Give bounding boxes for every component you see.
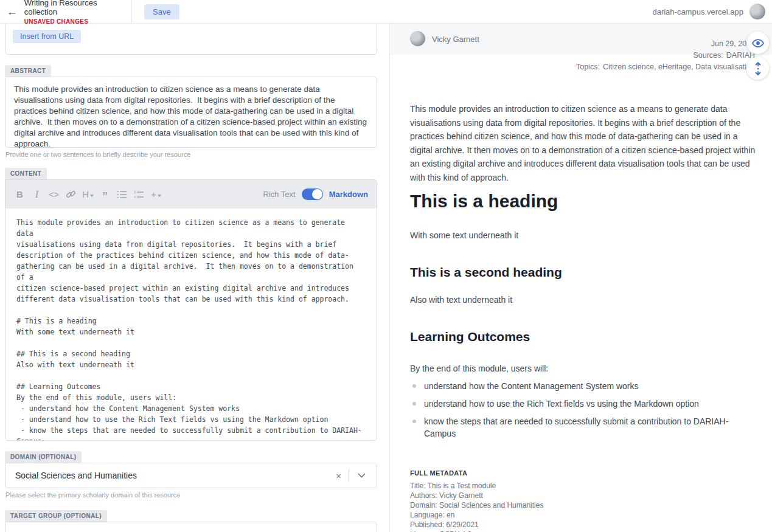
preview-panel: Vicky Garnett Jun 29, 2021 Sources:DARIA… [391,24,772,532]
domain-field-label: DOMAIN (OPTIONAL) [5,451,82,463]
topics-value[interactable]: Citizen science, eHeritage, Data visuali… [603,63,755,71]
metadata-row: Licence: CCBY 4.0 [410,530,758,532]
topbar-title-section: ← Writing in Resources collection UNSAVE… [0,0,132,24]
abstract-field-label: ABSTRACT [5,65,51,77]
bold-icon[interactable]: B [14,187,26,202]
chevron-down-icon[interactable] [349,473,369,478]
insert-from-url-button[interactable]: Insert from URL [13,30,81,43]
preview-document: This module provides an introduction to … [410,102,758,532]
topics-label: Topics: [576,63,600,71]
markdown-toggle[interactable] [302,188,323,200]
add-block-icon[interactable]: + [150,187,162,202]
list-item: understand how to use the Rich Text fiel… [410,398,758,410]
rich-text-toolbar: B I <> H ” [5,180,377,209]
metadata-row: Title: This is a Test module [410,481,758,491]
target-group-field-group: TARGET GROUP (OPTIONAL) [5,510,377,532]
content-field-group: CONTENT B I <> H ” [5,167,377,441]
preview-paragraph-1: With some text underneath it [410,229,758,243]
bullet-dot [412,384,416,388]
link-icon[interactable] [65,187,77,202]
toggle-preview-button[interactable] [746,32,769,54]
editor-panel: Insert from URL ABSTRACT This module pro… [0,24,390,532]
metadata-row: Language: en [410,510,758,520]
scroll-sync-button[interactable] [746,57,769,80]
list-item: understand how the Content Management Sy… [410,380,758,392]
preview-meta: Jun 29, 2021 Sources:DARIAH Topics:Citiz… [576,38,755,73]
cms-editor-window: ← Writing in Resources collection UNSAVE… [0,0,772,532]
publish-date: Jun 29, 2021 [576,38,755,50]
domain-help-text: Please select the primary scholarly doma… [5,491,377,499]
preview-paragraph-3: By the end of this module, users will: [410,362,758,376]
save-button[interactable]: Save [144,4,179,19]
metadata-row: Domain: Social Sciences and Humanities [410,500,758,510]
site-name: dariah-campus.vercel.app [652,7,743,16]
full-metadata-heading: FULL METADATA [410,469,758,477]
up-down-arrows-icon [752,61,764,76]
back-arrow-icon[interactable]: ← [0,0,24,24]
svg-text:1: 1 [134,190,136,194]
numbered-list-icon[interactable]: 1 2 [133,187,145,202]
metadata-row: Authors: Vicky Garnett [410,491,758,500]
preview-heading-2: This is a second heading [410,265,758,280]
content-editor: B I <> H ” [5,179,377,441]
markdown-label: Markdown [329,190,368,199]
metadata-rows: Title: This is a Test module Authors: Vi… [410,481,758,532]
target-group-select[interactable] [5,522,377,532]
page-title: Writing in Resources collection [24,0,131,17]
svg-text:2: 2 [134,195,136,199]
target-group-field-label: TARGET GROUP (OPTIONAL) [5,510,107,522]
unsaved-changes-badge: UNSAVED CHANGES [24,18,131,26]
preview-paragraph-2: Also with text underneath it [410,293,758,307]
sources-label: Sources: [693,51,723,60]
clear-selection-icon[interactable]: × [329,471,349,481]
abstract-field-group: ABSTRACT This module provides an introdu… [5,64,377,158]
abstract-help-text: Provide one or two sentences to briefly … [5,151,377,158]
domain-field-group: DOMAIN (OPTIONAL) Social Sciences and Hu… [5,451,377,499]
eye-icon [751,36,765,50]
top-bar: ← Writing in Resources collection UNSAVE… [0,0,772,24]
preview-intro-paragraph: This module provides an introduction to … [410,102,758,184]
user-avatar[interactable] [749,4,765,19]
heading-icon[interactable]: H [82,187,94,202]
bullet-dot [412,420,416,423]
domain-select[interactable]: Social Sciences and Humanities × [5,463,377,488]
preview-heading-1: This is a heading [410,191,758,211]
metadata-row: Published: 6/29/2021 [410,520,758,530]
author-name: Vicky Garnett [432,35,479,44]
learning-outcomes-list: understand how the Content Management Sy… [410,380,758,440]
preview-heading-3: Learning Outcomes [410,330,758,344]
bullet-dot [412,402,416,406]
code-icon[interactable]: <> [48,187,60,202]
topics-line: Topics:Citizen science, eHeritage, Data … [576,61,755,73]
sources-line: Sources:DARIAH [576,50,755,61]
blockquote-icon[interactable]: ” [99,187,111,202]
italic-icon[interactable]: I [31,187,43,202]
toggle-knob [312,189,322,199]
content-field-label: CONTENT [5,168,47,179]
full-metadata-section: FULL METADATA Title: This is a Test modu… [410,469,758,532]
list-item: know the steps that are needed to succes… [410,415,758,440]
abstract-textarea[interactable]: This module provides an introduction to … [5,77,377,148]
author-avatar [410,31,425,46]
domain-selected-value: Social Sciences and Humanities [15,471,329,480]
bulleted-list-icon[interactable] [116,187,128,202]
sources-value[interactable]: DARIAH [726,51,755,60]
markdown-textarea[interactable]: This module provides an introduction to … [5,209,377,441]
featured-image-field: Insert from URL [5,24,377,55]
editor-mode-switch: Rich Text Markdown [263,188,368,200]
rich-text-label: Rich Text [263,190,295,199]
document-title-block: Writing in Resources collection UNSAVED … [24,0,131,25]
